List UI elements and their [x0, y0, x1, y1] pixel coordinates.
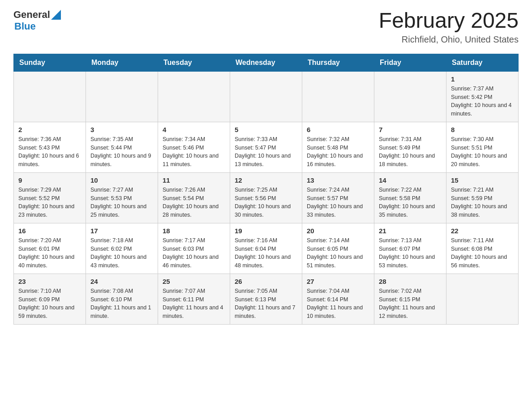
day-info: Sunrise: 7:02 AM Sunset: 6:15 PM Dayligh… — [379, 287, 442, 321]
day-number: 24 — [90, 278, 153, 285]
calendar-day-12: 12Sunrise: 7:25 AM Sunset: 5:56 PM Dayli… — [230, 172, 302, 223]
day-number: 3 — [90, 126, 153, 133]
calendar-day-24: 24Sunrise: 7:08 AM Sunset: 6:10 PM Dayli… — [86, 274, 158, 324]
day-number: 8 — [451, 126, 514, 133]
day-info: Sunrise: 7:22 AM Sunset: 5:58 PM Dayligh… — [379, 186, 442, 219]
calendar-day-26: 26Sunrise: 7:05 AM Sunset: 6:13 PM Dayli… — [230, 274, 302, 324]
logo-triangle-icon — [51, 10, 61, 20]
calendar-day-22: 22Sunrise: 7:11 AM Sunset: 6:08 PM Dayli… — [446, 223, 519, 274]
calendar-day-9: 9Sunrise: 7:29 AM Sunset: 5:52 PM Daylig… — [14, 172, 86, 223]
title-section: February 2025 Richfield, Ohio, United St… — [379, 9, 519, 45]
day-info: Sunrise: 7:36 AM Sunset: 5:43 PM Dayligh… — [18, 135, 81, 169]
day-number: 22 — [451, 227, 514, 235]
calendar-day-15: 15Sunrise: 7:21 AM Sunset: 5:59 PM Dayli… — [446, 172, 519, 223]
calendar-day-16: 16Sunrise: 7:20 AM Sunset: 6:01 PM Dayli… — [14, 223, 86, 274]
day-info: Sunrise: 7:32 AM Sunset: 5:48 PM Dayligh… — [307, 135, 369, 169]
weekday-header-tuesday: Tuesday — [158, 54, 230, 71]
day-info: Sunrise: 7:31 AM Sunset: 5:49 PM Dayligh… — [379, 135, 442, 169]
calendar-day-20: 20Sunrise: 7:14 AM Sunset: 6:05 PM Dayli… — [302, 223, 374, 274]
calendar-day-4: 4Sunrise: 7:34 AM Sunset: 5:46 PM Daylig… — [158, 122, 230, 172]
calendar-day-17: 17Sunrise: 7:18 AM Sunset: 6:02 PM Dayli… — [86, 223, 158, 274]
calendar-week-row: 23Sunrise: 7:10 AM Sunset: 6:09 PM Dayli… — [14, 274, 519, 324]
month-title: February 2025 — [379, 9, 519, 33]
day-number: 10 — [90, 176, 153, 184]
weekday-header-saturday: Saturday — [446, 54, 519, 71]
calendar-day-28: 28Sunrise: 7:02 AM Sunset: 6:15 PM Dayli… — [374, 274, 446, 324]
calendar-day-25: 25Sunrise: 7:07 AM Sunset: 6:11 PM Dayli… — [158, 274, 230, 324]
page-header: General Blue February 2025 Richfield, Oh… — [13, 9, 519, 45]
calendar-day-1: 1Sunrise: 7:37 AM Sunset: 5:42 PM Daylig… — [446, 71, 519, 122]
day-info: Sunrise: 7:18 AM Sunset: 6:02 PM Dayligh… — [90, 236, 153, 270]
day-info: Sunrise: 7:30 AM Sunset: 5:51 PM Dayligh… — [451, 135, 514, 169]
calendar-day-21: 21Sunrise: 7:13 AM Sunset: 6:07 PM Dayli… — [374, 223, 446, 274]
calendar-day-3: 3Sunrise: 7:35 AM Sunset: 5:44 PM Daylig… — [86, 122, 158, 172]
day-info: Sunrise: 7:37 AM Sunset: 5:42 PM Dayligh… — [451, 85, 514, 118]
day-info: Sunrise: 7:21 AM Sunset: 5:59 PM Dayligh… — [451, 186, 514, 219]
day-number: 5 — [235, 126, 297, 133]
calendar-empty-cell — [14, 71, 86, 122]
day-number: 14 — [379, 176, 442, 184]
weekday-header-monday: Monday — [86, 54, 158, 71]
calendar-empty-cell — [86, 71, 158, 122]
calendar-day-7: 7Sunrise: 7:31 AM Sunset: 5:49 PM Daylig… — [374, 122, 446, 172]
day-info: Sunrise: 7:04 AM Sunset: 6:14 PM Dayligh… — [307, 287, 369, 321]
day-info: Sunrise: 7:11 AM Sunset: 6:08 PM Dayligh… — [451, 236, 514, 270]
calendar-day-5: 5Sunrise: 7:33 AM Sunset: 5:47 PM Daylig… — [230, 122, 302, 172]
day-info: Sunrise: 7:25 AM Sunset: 5:56 PM Dayligh… — [235, 186, 297, 219]
day-number: 25 — [163, 278, 225, 285]
calendar-week-row: 1Sunrise: 7:37 AM Sunset: 5:42 PM Daylig… — [14, 71, 519, 122]
day-number: 15 — [451, 176, 514, 184]
location-title: Richfield, Ohio, United States — [379, 34, 519, 45]
day-info: Sunrise: 7:26 AM Sunset: 5:54 PM Dayligh… — [163, 186, 225, 219]
day-number: 21 — [379, 227, 442, 235]
day-info: Sunrise: 7:10 AM Sunset: 6:09 PM Dayligh… — [18, 287, 81, 321]
day-number: 12 — [235, 176, 297, 184]
day-number: 6 — [307, 126, 369, 133]
weekday-header-sunday: Sunday — [14, 54, 86, 71]
calendar-day-13: 13Sunrise: 7:24 AM Sunset: 5:57 PM Dayli… — [302, 172, 374, 223]
weekday-header-thursday: Thursday — [302, 54, 374, 71]
day-info: Sunrise: 7:07 AM Sunset: 6:11 PM Dayligh… — [163, 287, 225, 321]
day-number: 16 — [18, 227, 81, 235]
day-number: 20 — [307, 227, 369, 235]
day-number: 19 — [235, 227, 297, 235]
day-number: 28 — [379, 278, 442, 285]
weekday-header-row: SundayMondayTuesdayWednesdayThursdayFrid… — [14, 54, 519, 71]
day-info: Sunrise: 7:35 AM Sunset: 5:44 PM Dayligh… — [90, 135, 153, 169]
logo: General Blue — [13, 9, 61, 32]
calendar-week-row: 16Sunrise: 7:20 AM Sunset: 6:01 PM Dayli… — [14, 223, 519, 274]
calendar-day-27: 27Sunrise: 7:04 AM Sunset: 6:14 PM Dayli… — [302, 274, 374, 324]
day-info: Sunrise: 7:14 AM Sunset: 6:05 PM Dayligh… — [307, 236, 369, 270]
calendar-day-8: 8Sunrise: 7:30 AM Sunset: 5:51 PM Daylig… — [446, 122, 519, 172]
calendar-day-6: 6Sunrise: 7:32 AM Sunset: 5:48 PM Daylig… — [302, 122, 374, 172]
calendar-day-10: 10Sunrise: 7:27 AM Sunset: 5:53 PM Dayli… — [86, 172, 158, 223]
day-number: 23 — [18, 278, 81, 285]
day-number: 11 — [163, 176, 225, 184]
calendar-day-2: 2Sunrise: 7:36 AM Sunset: 5:43 PM Daylig… — [14, 122, 86, 172]
day-info: Sunrise: 7:33 AM Sunset: 5:47 PM Dayligh… — [235, 135, 297, 169]
day-number: 2 — [18, 126, 81, 133]
day-number: 13 — [307, 176, 369, 184]
day-number: 18 — [163, 227, 225, 235]
day-info: Sunrise: 7:34 AM Sunset: 5:46 PM Dayligh… — [163, 135, 225, 169]
day-info: Sunrise: 7:13 AM Sunset: 6:07 PM Dayligh… — [379, 236, 442, 270]
day-info: Sunrise: 7:24 AM Sunset: 5:57 PM Dayligh… — [307, 186, 369, 219]
calendar-day-14: 14Sunrise: 7:22 AM Sunset: 5:58 PM Dayli… — [374, 172, 446, 223]
calendar-day-11: 11Sunrise: 7:26 AM Sunset: 5:54 PM Dayli… — [158, 172, 230, 223]
day-number: 26 — [235, 278, 297, 285]
svg-marker-0 — [51, 10, 61, 20]
weekday-header-friday: Friday — [374, 54, 446, 71]
logo-blue-text: Blue — [14, 21, 36, 32]
calendar-day-23: 23Sunrise: 7:10 AM Sunset: 6:09 PM Dayli… — [14, 274, 86, 324]
day-number: 17 — [90, 227, 153, 235]
calendar-empty-cell — [374, 71, 446, 122]
day-info: Sunrise: 7:16 AM Sunset: 6:04 PM Dayligh… — [235, 236, 297, 270]
calendar-day-19: 19Sunrise: 7:16 AM Sunset: 6:04 PM Dayli… — [230, 223, 302, 274]
day-number: 27 — [307, 278, 369, 285]
calendar-empty-cell — [302, 71, 374, 122]
day-info: Sunrise: 7:17 AM Sunset: 6:03 PM Dayligh… — [163, 236, 225, 270]
day-info: Sunrise: 7:05 AM Sunset: 6:13 PM Dayligh… — [235, 287, 297, 321]
calendar-week-row: 9Sunrise: 7:29 AM Sunset: 5:52 PM Daylig… — [14, 172, 519, 223]
day-number: 1 — [451, 75, 514, 83]
weekday-header-wednesday: Wednesday — [230, 54, 302, 71]
